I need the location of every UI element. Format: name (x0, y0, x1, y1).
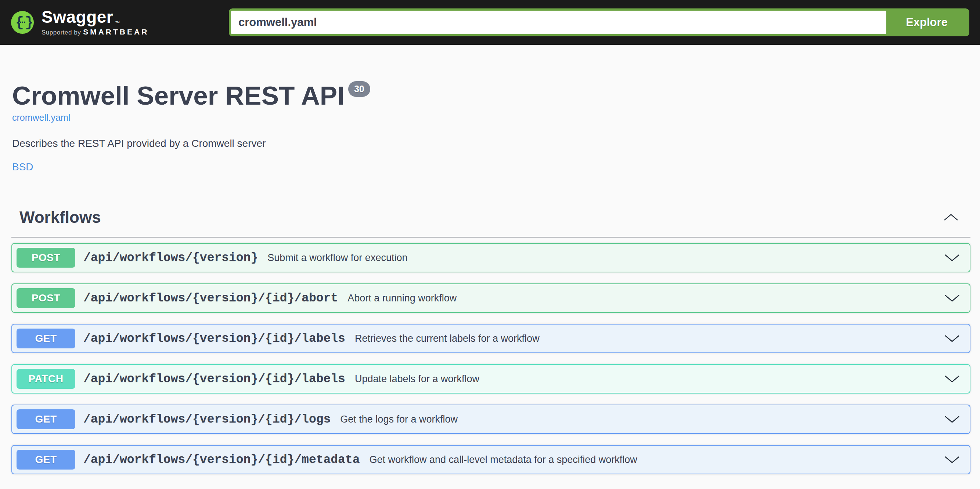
expand-endpoint-icon[interactable] (944, 455, 960, 464)
expand-endpoint-icon[interactable] (944, 334, 960, 343)
svg-text:···: ··· (19, 17, 25, 27)
expand-endpoint-icon[interactable] (944, 253, 960, 262)
section-title: Workflows (19, 208, 101, 227)
expand-endpoint-icon[interactable] (944, 415, 960, 424)
endpoint-summary: Get workflow and call-level metadata for… (369, 454, 637, 465)
swagger-logo[interactable]: { ··· } Swagger™ Supported bySMARTBEAR (11, 8, 149, 37)
api-title-text: Cromwell Server REST API (12, 81, 345, 110)
supported-by: Supported bySMARTBEAR (41, 27, 149, 37)
page-title: Cromwell Server REST API30 (12, 81, 970, 110)
expand-endpoint-icon[interactable] (944, 375, 960, 383)
workflows-section-header[interactable]: Workflows (11, 208, 970, 238)
api-description: Describes the REST API provided by a Cro… (12, 138, 970, 149)
endpoint-path: /api/workflows/{version}/{id}/metadata (83, 453, 360, 467)
endpoint-row[interactable]: PATCH /api/workflows/{version}/{id}/labe… (11, 364, 970, 394)
endpoint-summary: Update labels for a workflow (355, 373, 479, 385)
endpoint-path: /api/workflows/{version}/{id}/logs (83, 413, 331, 426)
collapse-section-icon[interactable] (943, 213, 959, 222)
endpoint-row[interactable]: POST /api/workflows/{version} Submit a w… (11, 243, 970, 272)
endpoint-summary: Retrieves the current labels for a workf… (355, 333, 539, 345)
explore-button[interactable]: Explore (886, 11, 967, 34)
method-badge: GET (16, 450, 75, 470)
endpoint-row[interactable]: GET /api/workflows/{version}/{id}/metada… (11, 445, 970, 474)
version-badge: 30 (348, 81, 370, 97)
spec-url-form: Explore (229, 8, 969, 37)
endpoint-list: POST /api/workflows/{version} Submit a w… (11, 243, 970, 474)
trademark-symbol: ™ (115, 21, 120, 25)
smartbear-wordmark: SMARTBEAR (83, 27, 149, 36)
spec-url-input[interactable] (231, 11, 886, 34)
endpoint-row[interactable]: POST /api/workflows/{version}/{id}/abort… (11, 283, 970, 313)
brand-name: Swagger™ (41, 8, 149, 25)
endpoint-summary: Abort a running workflow (347, 292, 457, 304)
endpoint-summary: Submit a workflow for execution (267, 252, 407, 264)
license-link[interactable]: BSD (12, 161, 33, 173)
topbar: { ··· } Swagger™ Supported bySMARTBEAR E… (0, 0, 980, 45)
endpoint-path: /api/workflows/{version}/{id}/labels (83, 372, 345, 386)
swagger-logo-icon: { ··· } (11, 11, 34, 34)
method-badge: POST (16, 248, 75, 268)
endpoint-summary: Get the logs for a workflow (340, 414, 458, 425)
expand-endpoint-icon[interactable] (944, 294, 960, 303)
method-badge: GET (16, 409, 75, 429)
endpoint-path: /api/workflows/{version}/{id}/abort (83, 292, 338, 305)
brand-text: Swagger™ Supported bySMARTBEAR (41, 8, 149, 37)
method-badge: PATCH (16, 369, 75, 389)
main-content: Cromwell Server REST API30 cromwell.yaml… (0, 45, 980, 474)
method-badge: GET (16, 329, 75, 348)
method-badge: POST (16, 288, 75, 308)
svg-text:}: } (25, 15, 33, 30)
endpoint-path: /api/workflows/{version} (83, 251, 258, 265)
spec-file-link[interactable]: cromwell.yaml (12, 112, 70, 123)
endpoint-path: /api/workflows/{version}/{id}/labels (83, 332, 345, 346)
api-info: Cromwell Server REST API30 cromwell.yaml… (11, 45, 970, 173)
workflows-section: Workflows POST /api/workflows/{version} … (11, 208, 970, 474)
endpoint-row[interactable]: GET /api/workflows/{version}/{id}/labels… (11, 324, 970, 353)
endpoint-row[interactable]: GET /api/workflows/{version}/{id}/logs G… (11, 405, 970, 434)
